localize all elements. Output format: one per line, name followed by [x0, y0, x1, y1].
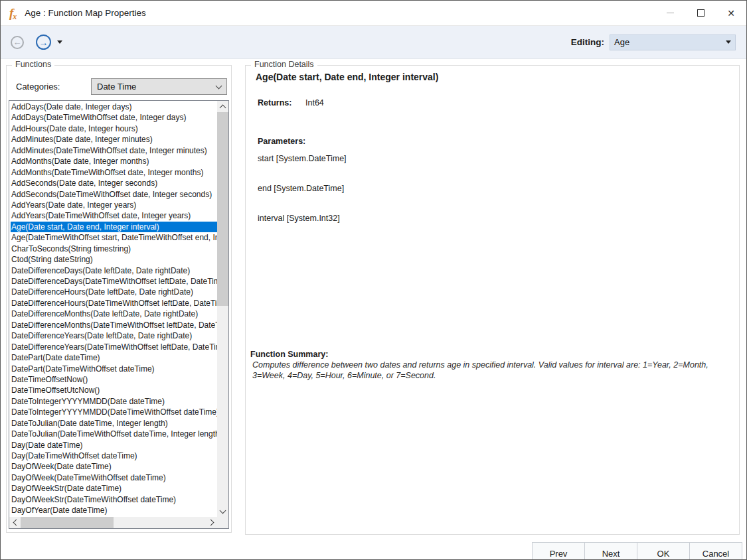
list-item[interactable]: DateTimeOffsetNow()	[11, 374, 217, 385]
list-item[interactable]: DateToIntegerYYYYMMDD(Date dateTime)	[11, 396, 217, 407]
list-item[interactable]: DayOfWeek(DateTimeWithOffset dateTime)	[11, 472, 217, 483]
fx-app-icon: fx	[9, 6, 17, 21]
list-item[interactable]: AddMinutes(Date date, Integer minutes)	[11, 134, 217, 145]
chevron-up-icon	[220, 104, 226, 111]
vertical-scroll-thumb[interactable]	[217, 112, 228, 306]
back-button[interactable]: ←	[11, 36, 24, 49]
categories-combobox-value: Date Time	[97, 82, 136, 92]
list-item[interactable]: DateDifferenceDays(DateTimeWithOffset le…	[11, 276, 217, 287]
returns-label: Returns:	[258, 98, 291, 107]
parameter-item: interval [System.Int32]	[258, 214, 347, 224]
list-item[interactable]: DateDifferenceMonths(DateTimeWithOffset …	[11, 320, 217, 330]
minimize-icon	[667, 13, 674, 13]
list-item[interactable]: DayOfWeekStr(DateTimeWithOffset dateTime…	[11, 494, 217, 505]
list-item[interactable]: AddDays(Date date, Integer days)	[11, 102, 217, 112]
categories-combobox[interactable]: Date Time	[91, 78, 227, 95]
list-item[interactable]: DateToJulian(DateTimeWithOffset dateTime…	[11, 429, 217, 439]
list-item[interactable]: DatePart(DateTimeWithOffset dateTime)	[11, 364, 217, 374]
list-item[interactable]: DateDifferenceHours(Date leftDate, Date …	[11, 287, 217, 297]
function-listbox: AddDays(Date date, Integer days)AddDays(…	[9, 100, 229, 529]
chevron-left-icon	[13, 520, 19, 526]
list-item[interactable]: DayOfWeekStr(Date dateTime)	[11, 483, 217, 494]
list-item[interactable]: CharToSeconds(String timestring)	[11, 244, 217, 254]
list-item[interactable]: AddYears(Date date, Integer years)	[11, 200, 217, 210]
chevron-down-icon	[220, 507, 226, 514]
dropdown-arrow-icon	[726, 40, 731, 44]
list-item[interactable]: DatePart(Date dateTime)	[11, 352, 217, 363]
function-summary-label: Function Summary:	[250, 350, 328, 359]
editing-combobox[interactable]: Age	[610, 35, 736, 50]
function-list: AddDays(Date date, Integer days)AddDays(…	[9, 101, 217, 517]
list-item[interactable]: Day(DateTimeWithOffset dateTime)	[11, 451, 217, 461]
close-button[interactable]: ✕	[716, 1, 746, 25]
parameters-list: start [System.DateTime] end [System.Date…	[258, 154, 347, 244]
function-signature: Age(Date start, Date end, Integer interv…	[256, 72, 438, 82]
list-item[interactable]: AddMinutes(DateTimeWithOffset date, Inte…	[11, 145, 217, 156]
forward-dropdown-caret-icon[interactable]	[57, 40, 62, 44]
scroll-down-button[interactable]	[217, 506, 228, 517]
horizontal-scrollbar[interactable]	[9, 517, 217, 528]
cancel-button[interactable]: Cancel	[689, 542, 742, 560]
function-details-groupbox: Function Details Age(Date start, Date en…	[245, 65, 740, 535]
forward-button[interactable]: →	[36, 35, 51, 50]
title-bar: fx Age : Function Map Properties ✕	[1, 1, 746, 26]
list-item[interactable]: AddYears(DateTimeWithOffset date, Intege…	[11, 210, 217, 221]
functions-group-label: Functions	[12, 60, 54, 69]
list-item[interactable]: DayOfYear(Date dateTime)	[11, 505, 217, 516]
arrow-left-icon: ←	[13, 38, 22, 46]
editing-label: Editing:	[571, 37, 604, 47]
list-item[interactable]: Age(Date start, Date end, Integer interv…	[11, 222, 217, 232]
list-item[interactable]: AddMonths(Date date, Integer months)	[11, 156, 217, 167]
list-item[interactable]: AddSeconds(DateTimeWithOffset date, Inte…	[11, 189, 217, 200]
function-details-group-label: Function Details	[251, 60, 317, 69]
chevron-right-icon	[207, 520, 214, 526]
next-button[interactable]: Next	[584, 542, 637, 560]
ok-button[interactable]: OK	[637, 542, 690, 560]
list-item[interactable]: DateDifferenceYears(Date leftDate, Date …	[11, 330, 217, 341]
function-summary-text: Computes difference between two dates an…	[252, 360, 727, 381]
list-item[interactable]: DateToJulian(Date dateTime, Integer leng…	[11, 418, 217, 429]
functions-groupbox: Functions Categories: Date Time AddDays(…	[6, 65, 232, 533]
parameters-label: Parameters:	[258, 137, 305, 146]
scroll-left-button[interactable]	[9, 517, 21, 528]
list-item[interactable]: Age(DateTimeWithOffset start, DateTimeWi…	[11, 232, 217, 243]
list-item[interactable]: DateDifferenceDays(Date leftDate, Date r…	[11, 265, 217, 276]
list-item[interactable]: AddDays(DateTimeWithOffset date, Integer…	[11, 112, 217, 123]
maximize-icon	[697, 9, 705, 17]
scroll-up-button[interactable]	[217, 101, 228, 112]
window-title: Age : Function Map Properties	[25, 8, 145, 18]
footer-button-bar: Prev Next OK Cancel	[532, 542, 742, 560]
list-item[interactable]: DateDifferenceHours(DateTimeWithOffset l…	[11, 298, 217, 309]
scroll-right-button[interactable]	[206, 517, 217, 528]
list-item[interactable]: DateDifferenceMonths(Date leftDate, Date…	[11, 309, 217, 319]
parameter-item: end [System.DateTime]	[258, 184, 347, 194]
arrow-right-icon: →	[39, 38, 48, 47]
horizontal-scroll-thumb[interactable]	[21, 517, 114, 528]
list-item[interactable]: DateDifferenceYears(DateTimeWithOffset l…	[11, 342, 217, 352]
scrollbar-corner	[217, 517, 228, 528]
list-item[interactable]: AddHours(Date date, Integer hours)	[11, 123, 217, 134]
parameter-item: start [System.DateTime]	[258, 154, 347, 165]
list-item[interactable]: AddSeconds(Date date, Integer seconds)	[11, 178, 217, 188]
categories-label: Categories:	[16, 82, 60, 92]
returns-value: Int64	[305, 98, 324, 107]
function-map-properties-dialog: fx Age : Function Map Properties ✕ ← → E…	[0, 0, 747, 560]
chevron-down-icon	[216, 82, 222, 89]
editing-combobox-value: Age	[614, 37, 629, 47]
close-icon: ✕	[727, 9, 735, 18]
list-item[interactable]: Ctod(String dateString)	[11, 254, 217, 265]
list-item[interactable]: DateToIntegerYYYYMMDD(DateTimeWithOffset…	[11, 407, 217, 417]
list-item[interactable]: AddMonths(DateTimeWithOffset date, Integ…	[11, 167, 217, 178]
toolbar: ← → Editing: Age	[1, 26, 746, 59]
list-item[interactable]: DateTimeOffsetUtcNow()	[11, 385, 217, 395]
minimize-button[interactable]	[655, 1, 685, 25]
prev-button[interactable]: Prev	[532, 542, 585, 560]
list-item[interactable]: Day(Date dateTime)	[11, 440, 217, 451]
list-item[interactable]: DayOfWeek(Date dateTime)	[11, 461, 217, 472]
maximize-button[interactable]	[685, 1, 716, 25]
vertical-scrollbar[interactable]	[217, 101, 228, 517]
